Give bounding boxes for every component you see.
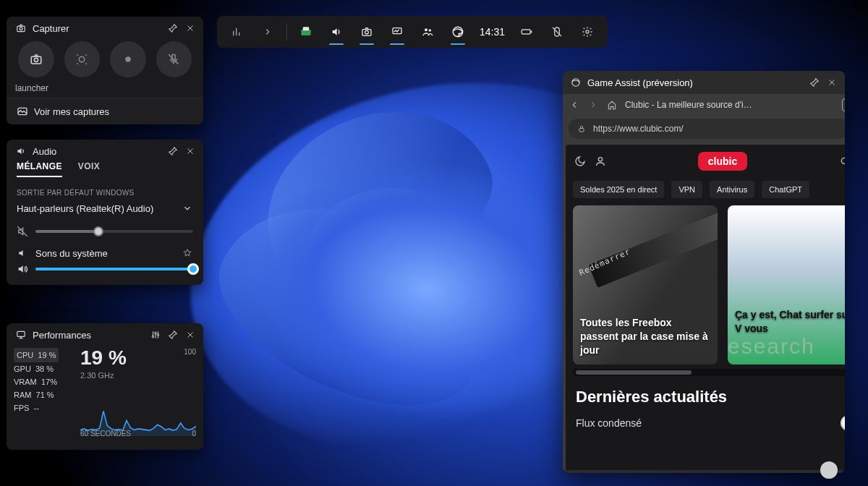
- svg-point-17: [425, 28, 427, 31]
- see-captures-button[interactable]: Voir mes captures: [7, 98, 203, 124]
- svg-rect-16: [393, 28, 401, 34]
- social-bar-button[interactable]: [414, 19, 441, 45]
- tag-link[interactable]: Antivirus: [710, 181, 754, 198]
- tab-count[interactable]: 1: [842, 98, 845, 111]
- camera-icon: [15, 22, 27, 34]
- svg-point-29: [841, 158, 845, 163]
- fps-value: --: [34, 404, 39, 412]
- svg-point-1: [20, 27, 22, 30]
- flux-label: Flux condensé: [576, 417, 642, 429]
- edge-icon: [570, 77, 582, 88]
- pin-icon[interactable]: [167, 145, 179, 157]
- svg-rect-8: [17, 331, 25, 336]
- performance-title: Performances: [33, 330, 144, 341]
- pin-icon[interactable]: [167, 22, 179, 34]
- star-icon[interactable]: [182, 247, 193, 259]
- fps-label: FPS: [14, 404, 29, 412]
- system-volume-slider[interactable]: [35, 268, 193, 270]
- horizontal-scrollbar[interactable]: [573, 369, 845, 376]
- forward-button[interactable]: [587, 99, 599, 111]
- monitor-icon: [15, 329, 27, 341]
- svg-point-28: [598, 158, 602, 161]
- url-text: https://www.clubic.com/: [593, 124, 684, 134]
- svg-point-15: [365, 30, 369, 34]
- back-button[interactable]: [569, 99, 580, 111]
- close-icon[interactable]: [184, 145, 196, 157]
- record-last-button[interactable]: [64, 41, 101, 77]
- screenshot-button[interactable]: [18, 41, 54, 77]
- gpu-value: 38 %: [35, 364, 54, 373]
- svg-point-18: [429, 29, 431, 31]
- audio-widget: Audio MÉLANGE VOIX SORTIE PAR DÉFAUT WIN…: [7, 140, 203, 285]
- gallery-icon: [17, 106, 28, 117]
- default-output-label: SORTIE PAR DÉFAUT WINDOWS: [7, 182, 203, 201]
- edge-bar-button[interactable]: [445, 19, 471, 45]
- close-icon[interactable]: [184, 329, 196, 341]
- cpu-big-value: 19 %: [80, 348, 196, 368]
- avatar[interactable]: [820, 461, 838, 479]
- ram-value: 71 %: [36, 391, 54, 399]
- news-heading: Dernières actualités: [576, 388, 845, 406]
- svg-point-11: [157, 334, 158, 336]
- nomouse-icon[interactable]: [544, 19, 570, 45]
- webview: ▲ ▼ clubic Soldes 2025 en direct VPN: [566, 145, 845, 470]
- settings-icon[interactable]: [574, 19, 600, 45]
- card2-bg-text: esearch: [728, 334, 815, 359]
- tab-mix[interactable]: MÉLANGE: [17, 161, 62, 177]
- page-title: Clubic - La meilleure source d'i…: [625, 100, 835, 110]
- audio-bar-button[interactable]: [323, 19, 349, 45]
- svg-point-19: [453, 27, 463, 37]
- y-max: 100: [184, 348, 196, 356]
- cpu-label: CPU: [17, 351, 33, 359]
- speaker-muted-icon[interactable]: [17, 226, 28, 237]
- cpu-line-chart: [80, 384, 196, 436]
- vram-value: 17%: [41, 378, 57, 386]
- battery-icon[interactable]: [514, 19, 540, 45]
- chevron-right-icon[interactable]: [255, 19, 281, 45]
- chevron-down-icon: [182, 202, 193, 214]
- close-icon[interactable]: [826, 77, 838, 88]
- article-card[interactable]: Redémarrer Toutes les Freebox passent pa…: [573, 205, 718, 364]
- widgets-menu-button[interactable]: [224, 19, 250, 45]
- tab-voice[interactable]: VOIX: [78, 161, 100, 177]
- performance-widget: Performances CPU 19 % GPU 38 % VRAM 17% …: [7, 323, 203, 450]
- tag-link[interactable]: VPN: [671, 181, 702, 198]
- svg-rect-13: [303, 27, 309, 30]
- card-title: Toutes les Freebox passent par la case m…: [580, 316, 710, 357]
- home-button[interactable]: [606, 99, 618, 111]
- pin-icon[interactable]: [167, 329, 179, 341]
- svg-rect-20: [522, 30, 530, 34]
- site-logo[interactable]: clubic: [698, 152, 747, 171]
- capture-widget: Capturer launcher Voir mes captures: [7, 17, 203, 124]
- tag-row: Soldes 2025 en direct VPN Antivirus Chat…: [566, 178, 845, 205]
- performance-bar-button[interactable]: [384, 19, 410, 45]
- gpu-label: GPU: [14, 364, 31, 373]
- capture-bar-button[interactable]: [354, 19, 380, 45]
- article-card[interactable]: Open esearch Ça y est, Chat surfer sur l…: [728, 205, 845, 364]
- pin-icon[interactable]: [809, 77, 820, 88]
- user-icon[interactable]: [595, 155, 606, 167]
- cpu-value: 19 %: [38, 351, 56, 359]
- tag-link[interactable]: Soldes 2025 en direct: [573, 181, 664, 198]
- search-icon[interactable]: [839, 155, 845, 167]
- capture-title: Capturer: [33, 23, 161, 34]
- card-title: Ça y est, Chat surfer sur le V vous: [735, 308, 845, 336]
- xbox-button[interactable]: [293, 19, 319, 45]
- record-button[interactable]: [110, 41, 146, 77]
- output-device-dropdown[interactable]: Haut-parleurs (Realtek(R) Audio): [7, 201, 203, 221]
- game-bar: 14:31: [217, 16, 608, 48]
- flux-toggle[interactable]: [841, 415, 845, 431]
- close-icon[interactable]: [184, 22, 196, 34]
- tag-link[interactable]: ChatGPT: [762, 181, 809, 198]
- audio-title: Audio: [33, 146, 161, 157]
- speaker-icon: [15, 145, 27, 157]
- svg-point-5: [125, 56, 131, 62]
- speaker-icon[interactable]: [17, 263, 28, 275]
- address-bar[interactable]: https://www.clubic.com/: [569, 119, 845, 139]
- theme-icon[interactable]: [574, 155, 586, 167]
- sliders-icon[interactable]: [150, 329, 161, 341]
- y-min: 0: [192, 430, 196, 438]
- master-volume-slider[interactable]: [35, 230, 193, 233]
- mic-toggle-button[interactable]: [156, 41, 192, 77]
- ram-label: RAM: [14, 391, 31, 399]
